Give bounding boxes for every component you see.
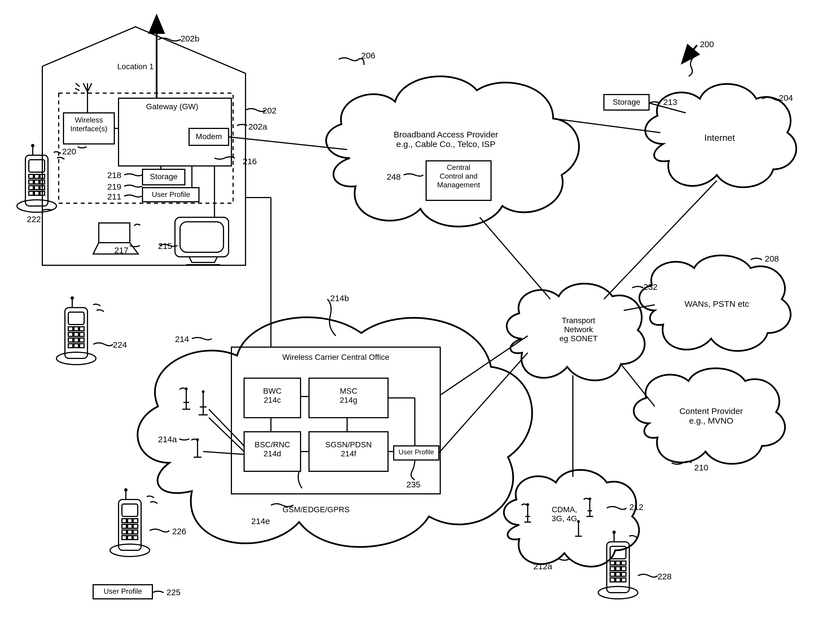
svg-rect-42 <box>80 327 84 331</box>
wireless-carrier-title: Wireless Carrier Central Office <box>248 353 423 362</box>
svg-rect-46 <box>68 338 73 342</box>
ref-212a: 212a <box>533 561 552 571</box>
svg-rect-59 <box>133 519 138 523</box>
svg-rect-74 <box>610 561 614 565</box>
ref-204: 204 <box>779 93 793 103</box>
svg-rect-71 <box>610 546 626 559</box>
svg-rect-58 <box>127 519 132 523</box>
svg-point-69 <box>598 586 638 599</box>
svg-point-35 <box>57 352 96 365</box>
svg-rect-60 <box>122 524 126 528</box>
svg-rect-68 <box>133 536 138 540</box>
ref-224: 224 <box>113 340 127 350</box>
svg-line-118 <box>209 418 244 452</box>
svg-rect-16 <box>180 222 224 252</box>
svg-rect-26 <box>29 180 33 184</box>
broadband-title: Broadband Access Provider e.g., Cable Co… <box>375 130 516 149</box>
svg-rect-37 <box>68 312 84 325</box>
cdma-label: CDMA, 3G, 4G <box>542 505 587 523</box>
ref-232: 232 <box>643 282 657 292</box>
svg-point-94 <box>588 498 591 500</box>
msc-label: MSC 214g <box>310 386 387 405</box>
location-title: Location 1 <box>102 62 169 71</box>
central-control-label: Central Control and Management <box>429 163 488 189</box>
ref-211: 211 <box>107 192 121 201</box>
svg-rect-53 <box>118 500 141 550</box>
svg-line-12 <box>75 88 80 90</box>
ref-226: 226 <box>172 527 186 536</box>
svg-rect-41 <box>74 327 78 331</box>
svg-line-135 <box>440 336 528 395</box>
svg-rect-19 <box>25 155 48 206</box>
ref-202: 202 <box>262 106 277 115</box>
ref-215: 215 <box>158 241 172 251</box>
ref-200: 200 <box>700 40 714 49</box>
svg-point-113 <box>202 390 205 393</box>
gateway-label: Gateway (GW) <box>141 102 203 111</box>
svg-rect-34 <box>40 191 44 195</box>
svg-rect-65 <box>133 530 138 534</box>
transport-network-label: Transport Network eg SONET <box>547 316 610 343</box>
svg-line-136 <box>439 353 528 453</box>
modem-label: Modem <box>191 132 226 141</box>
svg-line-117 <box>209 409 244 446</box>
svg-rect-77 <box>610 567 614 570</box>
svg-rect-49 <box>68 344 73 348</box>
svg-line-131 <box>604 181 717 299</box>
svg-rect-33 <box>34 191 39 195</box>
svg-rect-82 <box>621 572 626 576</box>
ref-210: 210 <box>694 463 708 472</box>
sgsn-pdsn-label: SGSN/PDSN 214f <box>310 440 387 458</box>
svg-rect-48 <box>80 338 84 342</box>
ref-216: 216 <box>243 156 257 166</box>
svg-rect-64 <box>127 530 132 534</box>
svg-line-129 <box>553 118 660 133</box>
ref-248: 248 <box>387 172 401 182</box>
svg-rect-67 <box>127 536 132 540</box>
ref-222: 222 <box>27 215 41 224</box>
wans-pstn-label: WANs, PSTN etc <box>669 299 765 309</box>
svg-rect-75 <box>616 561 620 565</box>
bwc-label: BWC 214c <box>245 386 299 405</box>
ref-214a: 214a <box>158 435 177 444</box>
svg-rect-84 <box>616 578 620 582</box>
svg-rect-15 <box>175 217 228 257</box>
svg-rect-63 <box>122 530 126 534</box>
ref-212: 212 <box>629 502 643 512</box>
svg-rect-45 <box>80 333 84 336</box>
bsc-rnc-label: BSC/RNC 214d <box>245 440 299 458</box>
svg-rect-85 <box>621 578 626 582</box>
svg-point-109 <box>185 388 188 390</box>
svg-rect-51 <box>80 344 84 348</box>
wireless-interfaces-label: Wireless Interface(s) <box>65 116 113 133</box>
svg-rect-20 <box>29 160 44 172</box>
svg-line-11 <box>76 83 80 87</box>
svg-point-18 <box>17 200 57 212</box>
ref-219: 219 <box>107 182 121 192</box>
ref-235: 235 <box>406 480 420 489</box>
svg-point-22 <box>31 144 34 147</box>
svg-rect-61 <box>127 524 132 528</box>
internet-label: Internet <box>691 133 748 143</box>
gw-storage-label: Storage <box>144 172 184 181</box>
svg-line-127 <box>228 137 347 150</box>
svg-rect-28 <box>40 180 44 184</box>
svg-point-116 <box>196 438 199 441</box>
svg-rect-70 <box>607 542 629 593</box>
svg-rect-36 <box>65 308 87 359</box>
svg-point-39 <box>70 296 74 300</box>
svg-rect-24 <box>34 175 39 178</box>
ref-218: 218 <box>107 170 121 180</box>
svg-point-90 <box>526 503 529 506</box>
svg-rect-62 <box>133 524 138 528</box>
svg-rect-81 <box>616 572 620 576</box>
storage-box-label: Storage <box>606 98 647 107</box>
svg-rect-80 <box>610 572 614 576</box>
svg-line-119 <box>203 452 244 454</box>
svg-rect-25 <box>40 175 44 178</box>
svg-rect-57 <box>122 519 126 523</box>
gw-userprofile-label: User Profile <box>144 190 198 199</box>
svg-line-133 <box>621 364 655 406</box>
ref-220: 220 <box>62 147 76 156</box>
ref-225: 225 <box>167 587 181 597</box>
